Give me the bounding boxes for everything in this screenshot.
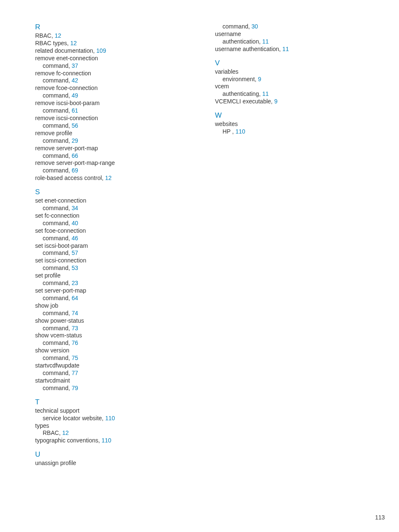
index-entry-text: related documentation, bbox=[35, 47, 96, 54]
index-page-link[interactable]: 79 bbox=[72, 385, 78, 391]
index-entry: command, 29 bbox=[35, 137, 198, 145]
index-entry-text: environment, bbox=[223, 76, 258, 82]
index-page-link[interactable]: 49 bbox=[72, 92, 78, 99]
index-entry-text: remove server-port-map-range bbox=[35, 159, 115, 166]
index-entry-text: authentication, bbox=[223, 38, 262, 45]
page-number: 113 bbox=[375, 514, 385, 521]
index-entry-text: command, bbox=[43, 295, 72, 301]
index-entry-text: command, bbox=[223, 23, 251, 30]
index-page-link[interactable]: 69 bbox=[72, 167, 78, 174]
index-entry-text: RBAC types, bbox=[35, 40, 70, 46]
index-entry: set enet-connection bbox=[35, 197, 198, 205]
index-entry-text: VCEMCLI executable, bbox=[215, 98, 274, 105]
index-column-left: RRBAC, 12RBAC types, 12related documenta… bbox=[35, 23, 198, 467]
index-entry-text: show job bbox=[35, 302, 58, 309]
index-entry: RBAC, 12 bbox=[35, 32, 198, 40]
index-entry-text: command, bbox=[43, 249, 72, 256]
index-entry: remove server-port-map-range bbox=[35, 159, 198, 167]
index-section-letter: W bbox=[215, 111, 378, 120]
index-page-link[interactable]: 11 bbox=[262, 38, 269, 45]
index-page-link[interactable]: 12 bbox=[105, 175, 112, 181]
index-page-link[interactable]: 37 bbox=[72, 62, 78, 69]
index-entry: set iscsi-boot-param bbox=[35, 242, 198, 250]
index-entry: command, 73 bbox=[35, 325, 198, 332]
index-entry-text: command, bbox=[43, 325, 72, 332]
index-page-link[interactable]: 66 bbox=[72, 152, 78, 159]
index-entry-text: command, bbox=[43, 167, 72, 174]
index-page-link[interactable]: 57 bbox=[72, 249, 78, 256]
index-entry-text: username bbox=[215, 31, 241, 37]
index-entry: role-based access control, 12 bbox=[35, 175, 198, 182]
index-page-link[interactable]: 110 bbox=[102, 437, 111, 444]
index-entry-text: show vcem-status bbox=[35, 332, 82, 339]
index-entry: command, 79 bbox=[35, 385, 198, 392]
index-entry: command, 30 bbox=[215, 23, 378, 31]
index-page-link[interactable]: 30 bbox=[251, 23, 258, 30]
index-entry-text: command, bbox=[43, 107, 72, 114]
index-page-link[interactable]: 76 bbox=[72, 339, 78, 346]
index-entry: command, 57 bbox=[35, 249, 198, 257]
index-entry-text: command, bbox=[43, 280, 72, 286]
index-page-link[interactable]: 110 bbox=[235, 128, 245, 135]
index-page-link[interactable]: 34 bbox=[72, 205, 78, 211]
index-page-link[interactable]: 11 bbox=[262, 90, 269, 97]
index-page-link[interactable]: 42 bbox=[72, 77, 78, 84]
index-entry-text: show power-status bbox=[35, 317, 84, 324]
index-entry-text: role-based access control, bbox=[35, 175, 105, 181]
index-entry: typographic conventions, 110 bbox=[35, 437, 198, 445]
index-entry-text: show version bbox=[35, 347, 69, 354]
index-entry: remove iscsi-boot-param bbox=[35, 100, 198, 107]
index-entry: command, 74 bbox=[35, 310, 198, 317]
index-page-link[interactable]: 23 bbox=[72, 280, 78, 286]
index-page-link[interactable]: 29 bbox=[72, 137, 78, 144]
index-entry: command, 53 bbox=[35, 265, 198, 272]
index-page-link[interactable]: 77 bbox=[72, 370, 78, 376]
index-page-link[interactable]: 9 bbox=[274, 98, 278, 105]
index-entry: command, 76 bbox=[35, 339, 198, 347]
index-page-link[interactable]: 74 bbox=[72, 310, 78, 316]
index-page-link[interactable]: 61 bbox=[72, 107, 78, 114]
index-entry-text: command, bbox=[43, 385, 72, 391]
index-entry-text: remove profile bbox=[35, 130, 72, 136]
index-entry: command, 64 bbox=[35, 295, 198, 302]
index-page-link[interactable]: 73 bbox=[72, 325, 78, 332]
index-page-link[interactable]: 40 bbox=[72, 220, 78, 226]
index-page-link[interactable]: 53 bbox=[72, 265, 78, 271]
index-section-letter: S bbox=[35, 188, 198, 196]
index-entry-text: command, bbox=[43, 265, 72, 271]
index-page-link[interactable]: 11 bbox=[282, 46, 289, 52]
index-entry-text: authenticating, bbox=[223, 90, 262, 97]
index-entry: remove fcoe-connection bbox=[35, 85, 198, 92]
index-entry-text: HP , bbox=[223, 128, 235, 135]
index-entry: startvcdmaint bbox=[35, 377, 198, 385]
index-page-link[interactable]: 64 bbox=[72, 295, 78, 301]
index-entry-text: command, bbox=[43, 235, 72, 242]
index-page-link[interactable]: 56 bbox=[72, 122, 78, 129]
index-entry-text: technical support bbox=[35, 407, 79, 414]
index-entry: command, 40 bbox=[35, 220, 198, 227]
index-page-link[interactable]: 12 bbox=[62, 429, 69, 436]
index-page-link[interactable]: 110 bbox=[105, 415, 115, 421]
index-entry: set server-port-map bbox=[35, 287, 198, 295]
index-entry-text: startvcdmaint bbox=[35, 377, 70, 384]
index-entry-text: types bbox=[35, 422, 49, 429]
index-entry-text: RBAC, bbox=[43, 429, 62, 436]
index-entry: username bbox=[215, 31, 378, 38]
index-entry: command, 49 bbox=[35, 92, 198, 100]
index-entry: remove server-port-map bbox=[35, 145, 198, 152]
index-page-link[interactable]: 109 bbox=[96, 47, 106, 54]
index-entry: vcem bbox=[215, 83, 378, 90]
index-entry: websites bbox=[215, 121, 378, 128]
index-page-link[interactable]: 75 bbox=[72, 355, 78, 361]
index-entry-text: command, bbox=[43, 77, 72, 84]
index-entry: authentication, 11 bbox=[215, 38, 378, 46]
index-entry: remove iscsi-connection bbox=[35, 115, 198, 122]
index-page-link[interactable]: 12 bbox=[55, 32, 61, 39]
index-entry-text: remove iscsi-connection bbox=[35, 115, 98, 121]
index-page-link[interactable]: 12 bbox=[70, 40, 77, 46]
index-page-link[interactable]: 9 bbox=[258, 76, 261, 82]
index-entry-text: service locator website, bbox=[43, 415, 105, 421]
index-entry-text: set fc-connection bbox=[35, 212, 79, 219]
index-page-link[interactable]: 46 bbox=[72, 235, 78, 242]
index-entry: set fcoe-connection bbox=[35, 227, 198, 235]
